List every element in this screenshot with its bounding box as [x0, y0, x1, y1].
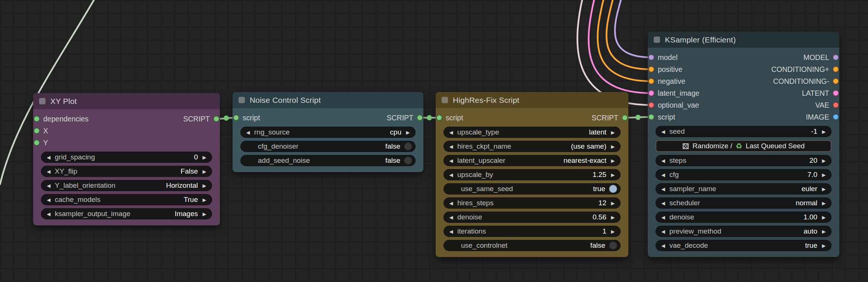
- node-title-bar[interactable]: Noise Control Script: [233, 92, 423, 108]
- node-xy-plot[interactable]: XY Plot dependencies SCRIPT X Y ◀ grid_s…: [33, 93, 220, 225]
- output-port-model[interactable]: [833, 54, 839, 61]
- widget-cfg[interactable]: ◀ cfg 7.0 ▶: [656, 169, 831, 180]
- widget-preview-method[interactable]: ◀ preview_method auto ▶: [656, 226, 831, 237]
- decrement-arrow-icon[interactable]: ◀: [660, 229, 666, 234]
- output-port-script[interactable]: [213, 116, 220, 122]
- increment-arrow-icon[interactable]: ▶: [821, 229, 827, 234]
- increment-arrow-icon[interactable]: ▶: [821, 200, 827, 206]
- input-port-optional-vae[interactable]: [648, 102, 654, 108]
- node-highres-fix-script[interactable]: HighRes-Fix Script script SCRIPT ◀ upsca…: [436, 92, 628, 257]
- decrement-arrow-icon[interactable]: ◀: [46, 183, 51, 188]
- decrement-arrow-icon[interactable]: ◀: [660, 215, 666, 220]
- decrement-arrow-icon[interactable]: ◀: [660, 158, 666, 164]
- increment-arrow-icon[interactable]: ▶: [405, 130, 411, 135]
- output-port-image[interactable]: [833, 114, 839, 120]
- toggle-knob[interactable]: [404, 142, 412, 150]
- increment-arrow-icon[interactable]: ▶: [821, 158, 827, 164]
- increment-arrow-icon[interactable]: ▶: [610, 158, 616, 164]
- increment-arrow-icon[interactable]: ▶: [610, 229, 616, 234]
- widget-y-label-orientation[interactable]: ◀ Y_label_orientation Horizontal ▶: [41, 180, 212, 191]
- node-graph-canvas[interactable]: XY Plot dependencies SCRIPT X Y ◀ grid_s…: [0, 0, 868, 282]
- input-port-negative[interactable]: [648, 78, 654, 85]
- input-port-script[interactable]: [233, 115, 239, 121]
- input-port-x[interactable]: [34, 128, 40, 134]
- output-port-conditioning-plus[interactable]: [833, 66, 839, 73]
- randomize-seed-button[interactable]: ⚄ Randomize / ♻ Last Queued Seed: [656, 140, 831, 152]
- decrement-arrow-icon[interactable]: ◀: [448, 215, 454, 220]
- increment-arrow-icon[interactable]: ▶: [202, 155, 207, 160]
- widget-ksampler-output-image[interactable]: ◀ ksampler_output_image Images ▶: [41, 208, 212, 219]
- increment-arrow-icon[interactable]: ▶: [202, 211, 207, 217]
- decrement-arrow-icon[interactable]: ◀: [448, 229, 454, 234]
- widget-add-seed-noise[interactable]: add_seed_noise false: [240, 155, 416, 166]
- increment-arrow-icon[interactable]: ▶: [202, 183, 207, 188]
- widget-seed[interactable]: ◀ seed -1 ▶: [656, 126, 831, 137]
- widget-scheduler[interactable]: ◀ scheduler normal ▶: [656, 197, 831, 209]
- decrement-arrow-icon[interactable]: ◀: [46, 155, 51, 160]
- output-port-conditioning-minus[interactable]: [833, 78, 839, 85]
- widget-use-same-seed[interactable]: use_same_seed true: [444, 183, 621, 194]
- widget-xy-flip[interactable]: ◀ XY_flip False ▶: [41, 166, 212, 177]
- node-title-bar[interactable]: KSampler (Efficient): [648, 32, 839, 48]
- output-port-script[interactable]: [417, 115, 423, 121]
- toggle-knob[interactable]: [609, 241, 617, 250]
- collapse-toggle-icon[interactable]: [239, 97, 245, 103]
- increment-arrow-icon[interactable]: ▶: [821, 172, 827, 178]
- decrement-arrow-icon[interactable]: ◀: [46, 169, 51, 174]
- input-port-script[interactable]: [436, 115, 442, 121]
- input-port-latent-image[interactable]: [648, 90, 654, 96]
- increment-arrow-icon[interactable]: ▶: [610, 144, 616, 149]
- widget-upscale-type[interactable]: ◀ upscale_type latent ▶: [444, 127, 621, 138]
- widget-latent-upscaler[interactable]: ◀ latent_upscaler nearest-exact ▶: [444, 155, 621, 166]
- input-port-y[interactable]: [34, 140, 40, 146]
- node-title-bar[interactable]: XY Plot: [33, 93, 220, 109]
- decrement-arrow-icon[interactable]: ◀: [660, 200, 666, 206]
- widget-hires-steps[interactable]: ◀ hires_steps 12 ▶: [444, 197, 621, 209]
- collapse-toggle-icon[interactable]: [654, 37, 660, 43]
- increment-arrow-icon[interactable]: ▶: [610, 130, 616, 135]
- decrement-arrow-icon[interactable]: ◀: [448, 158, 454, 164]
- decrement-arrow-icon[interactable]: ◀: [448, 172, 454, 178]
- increment-arrow-icon[interactable]: ▶: [821, 215, 827, 220]
- increment-arrow-icon[interactable]: ▶: [610, 215, 616, 220]
- widget-denoise[interactable]: ◀ denoise 0.56 ▶: [444, 212, 621, 223]
- decrement-arrow-icon[interactable]: ◀: [46, 197, 51, 203]
- node-title-bar[interactable]: HighRes-Fix Script: [436, 92, 628, 108]
- output-port-script[interactable]: [622, 115, 628, 121]
- output-port-latent[interactable]: [833, 90, 839, 96]
- widget-sampler-name[interactable]: ◀ sampler_name euler ▶: [656, 183, 831, 194]
- increment-arrow-icon[interactable]: ▶: [821, 129, 827, 134]
- decrement-arrow-icon[interactable]: ◀: [660, 243, 666, 248]
- decrement-arrow-icon[interactable]: ◀: [660, 172, 666, 178]
- toggle-knob[interactable]: [404, 156, 412, 165]
- increment-arrow-icon[interactable]: ▶: [202, 197, 207, 203]
- increment-arrow-icon[interactable]: ▶: [821, 243, 827, 248]
- input-port-model[interactable]: [648, 54, 654, 61]
- toggle-knob[interactable]: [609, 185, 617, 193]
- collapse-toggle-icon[interactable]: [39, 98, 45, 104]
- input-port-script[interactable]: [648, 114, 654, 120]
- increment-arrow-icon[interactable]: ▶: [821, 186, 827, 192]
- input-port-positive[interactable]: [648, 66, 654, 73]
- widget-upscale-by[interactable]: ◀ upscale_by 1.25 ▶: [444, 169, 621, 180]
- decrement-arrow-icon[interactable]: ◀: [448, 130, 454, 135]
- node-ksampler-efficient[interactable]: KSampler (Efficient) model MODEL positiv…: [648, 32, 839, 257]
- decrement-arrow-icon[interactable]: ◀: [245, 130, 251, 135]
- increment-arrow-icon[interactable]: ▶: [610, 172, 616, 178]
- collapse-toggle-icon[interactable]: [442, 97, 448, 103]
- widget-vae-decode[interactable]: ◀ vae_decode true ▶: [656, 240, 831, 251]
- widget-grid-spacing[interactable]: ◀ grid_spacing 0 ▶: [41, 152, 212, 163]
- decrement-arrow-icon[interactable]: ◀: [448, 144, 454, 149]
- output-port-vae[interactable]: [833, 102, 839, 108]
- widget-denoise[interactable]: ◀ denoise 1.00 ▶: [656, 212, 831, 223]
- widget-steps[interactable]: ◀ steps 20 ▶: [656, 155, 831, 166]
- decrement-arrow-icon[interactable]: ◀: [46, 211, 51, 217]
- widget-cfg-denoiser[interactable]: cfg_denoiser false: [240, 141, 416, 152]
- widget-rng-source[interactable]: ◀ rng_source cpu ▶: [240, 127, 416, 138]
- input-port-dependencies[interactable]: [34, 116, 40, 122]
- node-noise-control-script[interactable]: Noise Control Script script SCRIPT ◀ rng…: [233, 92, 423, 172]
- increment-arrow-icon[interactable]: ▶: [202, 169, 207, 174]
- decrement-arrow-icon[interactable]: ◀: [448, 200, 454, 206]
- widget-iterations[interactable]: ◀ iterations 1 ▶: [444, 226, 621, 237]
- widget-hires-ckpt-name[interactable]: ◀ hires_ckpt_name (use same) ▶: [444, 141, 621, 152]
